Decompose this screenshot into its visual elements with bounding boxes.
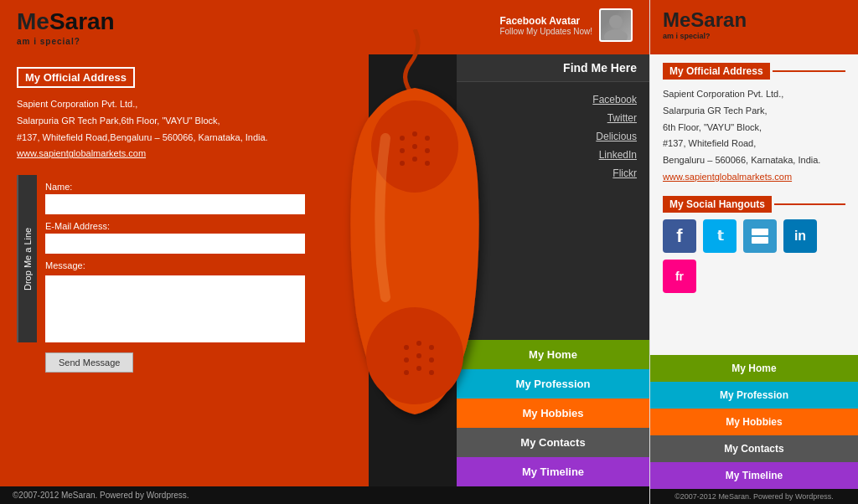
svg-point-17 xyxy=(416,353,421,358)
sidebar-addr-website[interactable]: www.sapientglobalmarkets.com xyxy=(663,172,792,182)
twitter-icon-box[interactable]: 𝕥 xyxy=(703,219,737,253)
facebook-avatar-section: Facebook Avatar Follow My Updates Now! xyxy=(499,8,633,42)
avatar xyxy=(599,8,633,42)
facebook-icon: f xyxy=(676,225,682,247)
delicious-icon xyxy=(752,229,768,235)
sidebar-nav-home[interactable]: My Home xyxy=(650,355,858,382)
sidebar-content: My Official Address Sapient Corporation … xyxy=(650,54,858,355)
sidebar-section-line xyxy=(773,70,845,72)
delicious-icon-box[interactable] xyxy=(743,219,777,253)
svg-point-12 xyxy=(425,161,430,166)
svg-point-19 xyxy=(404,370,409,375)
sidebar-address-text: Sapient Corporation Pvt. Ltd., Salarpuri… xyxy=(663,86,845,186)
social-icons: f 𝕥 in xyxy=(663,219,845,253)
svg-point-15 xyxy=(429,345,434,350)
message-textarea[interactable] xyxy=(45,275,305,342)
sidebar-nav-timeline[interactable]: My Timeline xyxy=(650,462,858,489)
svg-point-3 xyxy=(366,307,463,404)
address-website[interactable]: www.sapientglobalmarkets.com xyxy=(17,148,146,158)
logo-saran: Saran xyxy=(49,8,115,34)
sidebar-nav-profession[interactable]: My Profession xyxy=(650,382,858,409)
address-title: My Official Address xyxy=(25,71,127,84)
linkedin-icon: in xyxy=(794,229,806,244)
svg-point-4 xyxy=(400,136,405,141)
svg-point-9 xyxy=(425,148,430,153)
sidebar-address-section-title: My Official Address xyxy=(663,63,845,80)
sidebar-header: MeSaran am i special? xyxy=(650,0,858,54)
address-box: My Official Address xyxy=(17,67,135,88)
sidebar-logo: MeSaran am i special? xyxy=(663,8,845,40)
logo: MeSaran am i special? xyxy=(17,8,115,46)
sidebar-addr1: Sapient Corporation Pvt. Ltd., xyxy=(663,86,845,103)
sidebar-addr4: #137, Whitefield Road, xyxy=(663,136,845,152)
sidebar-logo-saran: Saran xyxy=(690,8,747,31)
name-label: Name: xyxy=(45,182,344,192)
svg-point-20 xyxy=(416,366,421,371)
svg-point-1 xyxy=(604,29,628,40)
svg-point-16 xyxy=(404,357,409,363)
telephone xyxy=(331,29,482,414)
sidebar-social-hangouts-title: My Social Hangouts xyxy=(663,196,772,213)
footer-text: ©2007-2012 MeSaran. Powered by Wordpress… xyxy=(13,491,189,500)
social-icons-row2: fr xyxy=(663,260,845,293)
facebook-avatar-sub: Follow My Updates Now! xyxy=(499,27,592,36)
svg-point-7 xyxy=(400,148,405,153)
sidebar-addr5: Bengaluru – 560066, Karnataka, India. xyxy=(663,152,845,169)
svg-point-8 xyxy=(412,144,417,149)
sidebar-footer: ©2007-2012 MeSaran. Powered by Wordpress… xyxy=(650,489,858,504)
svg-point-5 xyxy=(412,131,417,136)
sidebar-logo-me: Me xyxy=(663,8,690,31)
linkedin-icon-box[interactable]: in xyxy=(783,219,817,253)
drop-me-line-label: Drop Me a Line xyxy=(17,175,37,342)
twitter-icon: 𝕥 xyxy=(717,228,723,244)
svg-point-6 xyxy=(425,136,430,141)
main-panel: MeSaran am i special? Facebook Avatar Fo… xyxy=(0,0,649,504)
sidebar-footer-text: ©2007-2012 MeSaran. Powered by Wordpress… xyxy=(675,492,834,501)
phone-decoration xyxy=(302,4,511,440)
svg-point-10 xyxy=(400,161,405,166)
sidebar-official-address-title: My Official Address xyxy=(663,63,770,80)
svg-point-21 xyxy=(429,370,434,375)
facebook-avatar-title: Facebook Avatar xyxy=(499,15,592,27)
logo-me: Me xyxy=(17,8,49,34)
email-label: E-Mail Address: xyxy=(45,221,344,231)
telephone-svg xyxy=(331,29,499,431)
message-label: Message: xyxy=(45,260,344,270)
svg-point-13 xyxy=(404,345,409,350)
nav-timeline-button[interactable]: My Timeline xyxy=(457,457,649,486)
sidebar-nav-hobbies[interactable]: My Hobbies xyxy=(650,409,858,435)
avatar-icon xyxy=(601,10,631,40)
svg-point-14 xyxy=(416,341,421,346)
sidebar-addr3: 6th Floor, "VAYU" Block, xyxy=(663,120,845,136)
svg-point-11 xyxy=(412,157,417,162)
main-footer: ©2007-2012 MeSaran. Powered by Wordpress… xyxy=(0,486,649,504)
flickr-icon: fr xyxy=(675,270,684,283)
sidebar: MeSaran am i special? My Official Addres… xyxy=(649,0,858,504)
facebook-icon-box[interactable]: f xyxy=(663,219,696,253)
sidebar-addr2: Salarpuria GR Tech Park, xyxy=(663,103,845,120)
sidebar-social-line xyxy=(774,203,845,205)
svg-point-18 xyxy=(429,357,434,363)
sidebar-logo-tagline: am i special? xyxy=(663,32,845,40)
flickr-icon-box[interactable]: fr xyxy=(663,260,696,293)
email-input[interactable] xyxy=(45,234,305,254)
sidebar-nav: My Home My Profession My Hobbies My Cont… xyxy=(650,355,858,489)
svg-point-0 xyxy=(609,15,623,28)
send-button[interactable]: Send Message xyxy=(45,352,133,373)
logo-tagline: am i special? xyxy=(17,37,115,46)
sidebar-social-section-title: My Social Hangouts xyxy=(663,196,845,213)
name-input[interactable] xyxy=(45,194,305,214)
sidebar-nav-contacts[interactable]: My Contacts xyxy=(650,435,858,462)
content-row: My Official Address Sapient Corporation … xyxy=(0,54,649,486)
